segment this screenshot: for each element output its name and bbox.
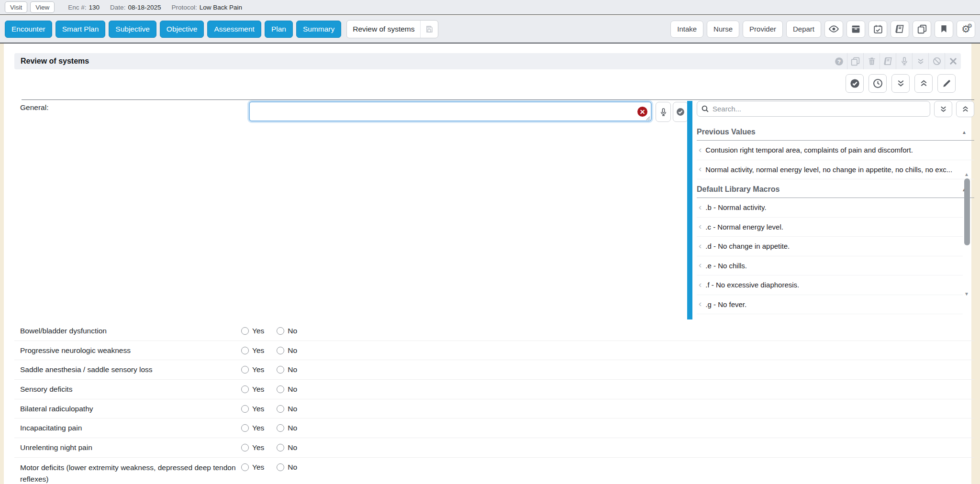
macro-item[interactable]: ‹.c - Normal energy level.: [697, 218, 963, 237]
macro-item[interactable]: ‹.h - Does not have the feeling of malai…: [697, 314, 963, 319]
radio-circle-icon[interactable]: [241, 385, 249, 393]
tab-encounter[interactable]: Encounter: [5, 21, 52, 38]
expand-all-button[interactable]: [891, 74, 910, 93]
yes-radio[interactable]: Yes: [241, 346, 264, 355]
settings-button[interactable]: ⚙ ⚙: [957, 21, 975, 38]
copy-section-button[interactable]: [847, 53, 863, 69]
no-radio[interactable]: No: [277, 365, 297, 374]
yes-radio[interactable]: Yes: [241, 405, 264, 413]
radio-circle-icon[interactable]: [241, 444, 249, 451]
panel-collapse-button[interactable]: [956, 101, 974, 117]
radio-circle-icon[interactable]: [241, 366, 249, 374]
close-section-button[interactable]: [945, 53, 961, 69]
macros-header[interactable]: Default Library Macros ▲: [697, 185, 974, 198]
depart-button[interactable]: Depart: [786, 21, 821, 38]
previous-values-header[interactable]: Previous Values ▲: [697, 128, 974, 141]
tab-plan[interactable]: Plan: [265, 21, 293, 38]
radio-circle-icon[interactable]: [241, 347, 249, 354]
radio-circle-icon[interactable]: [277, 385, 284, 393]
tab-objective[interactable]: Objective: [160, 21, 204, 38]
help-button[interactable]: ?: [831, 53, 847, 69]
resize-handle[interactable]: [645, 115, 650, 121]
radio-circle-icon[interactable]: [277, 444, 284, 451]
radio-circle-icon[interactable]: [277, 327, 284, 335]
insert-left-icon: ‹: [699, 202, 702, 212]
disable-section-button[interactable]: [928, 53, 945, 69]
question-label: Saddle anesthesia / saddle sensory loss: [14, 364, 241, 375]
collapse-all-button[interactable]: [914, 74, 933, 93]
no-radio[interactable]: No: [277, 424, 297, 432]
radio-circle-icon[interactable]: [241, 405, 249, 413]
nav-bar: Encounter Smart Plan Subjective Objectiv…: [0, 15, 980, 44]
expand-section-button[interactable]: [912, 53, 928, 69]
radio-circle-icon[interactable]: [277, 366, 284, 374]
scrollbar-thumb[interactable]: [964, 178, 970, 245]
yes-radio[interactable]: Yes: [241, 327, 264, 335]
radio-circle-icon[interactable]: [277, 405, 284, 413]
previous-value-item[interactable]: ‹ Contusion right temporal area, complai…: [697, 141, 974, 160]
general-input[interactable]: [252, 103, 630, 120]
macro-item[interactable]: ‹.d - No change in appetite.: [697, 237, 963, 256]
double-chevron-up-icon: [961, 105, 970, 114]
bookmark-button[interactable]: [935, 21, 953, 38]
yes-label: Yes: [252, 327, 264, 335]
macro-item[interactable]: ‹.b - Normal activity.: [697, 198, 963, 218]
collapse-triangle-icon[interactable]: ▲: [962, 130, 967, 135]
view-button[interactable]: View: [30, 1, 55, 13]
accept-button[interactable]: [673, 102, 688, 122]
scroll-up-icon[interactable]: ▲: [964, 172, 969, 177]
search-input[interactable]: [713, 105, 923, 113]
provider-button[interactable]: Provider: [743, 21, 783, 38]
history-button[interactable]: [869, 74, 887, 93]
yes-radio[interactable]: Yes: [241, 385, 264, 394]
yes-radio[interactable]: Yes: [241, 443, 264, 452]
panel-expand-button[interactable]: [934, 101, 952, 117]
dictate-button[interactable]: [656, 102, 671, 122]
complete-button[interactable]: [846, 74, 864, 93]
radio-circle-icon[interactable]: [277, 347, 284, 354]
copy-pages-icon: [917, 24, 927, 34]
visit-button[interactable]: Visit: [5, 1, 27, 13]
calendar-button[interactable]: [869, 21, 887, 38]
yes-radio[interactable]: Yes: [241, 365, 264, 374]
nurse-button[interactable]: Nurse: [707, 21, 739, 38]
yes-label: Yes: [252, 346, 264, 355]
no-radio[interactable]: No: [277, 327, 297, 335]
tab-subjective[interactable]: Subjective: [109, 21, 156, 38]
radio-circle-icon[interactable]: [277, 424, 284, 432]
radio-circle-icon[interactable]: [277, 463, 284, 471]
no-radio[interactable]: No: [277, 385, 297, 394]
current-page-box[interactable]: Review of systems: [346, 20, 438, 38]
copy-button[interactable]: [913, 21, 931, 38]
scroll-down-icon[interactable]: ▼: [964, 291, 969, 297]
radio-circle-icon[interactable]: [241, 424, 249, 432]
save-icon[interactable]: [421, 25, 438, 33]
radio-circle-icon[interactable]: [241, 327, 249, 335]
library-button[interactable]: [891, 21, 909, 38]
yes-radio[interactable]: Yes: [241, 463, 264, 472]
intake-button[interactable]: Intake: [670, 21, 703, 38]
macros-scrollbar[interactable]: ▲ ▼: [964, 171, 970, 299]
dictate-section-button[interactable]: [896, 53, 912, 69]
macro-item[interactable]: ‹.f - No excessive diaphoresis.: [697, 275, 963, 295]
tab-assessment[interactable]: Assessment: [207, 21, 261, 38]
macro-item[interactable]: ‹.g - No fever.: [697, 295, 963, 315]
tab-smart-plan[interactable]: Smart Plan: [56, 21, 106, 38]
no-label: No: [288, 346, 297, 355]
library-panel: Previous Values ▲ ‹ Contusion right temp…: [697, 101, 974, 319]
edit-button[interactable]: [937, 74, 956, 93]
no-radio[interactable]: No: [277, 443, 297, 452]
no-radio[interactable]: No: [277, 405, 297, 413]
delete-button[interactable]: [863, 53, 880, 69]
radio-circle-icon[interactable]: [241, 463, 249, 471]
no-radio[interactable]: No: [277, 463, 297, 472]
previous-value-item[interactable]: ‹ Normal activity, normal energy level, …: [697, 160, 974, 180]
eye-icon: [828, 23, 839, 34]
archive-button[interactable]: [846, 21, 865, 38]
macro-item[interactable]: ‹.e - No chills.: [697, 256, 963, 276]
no-radio[interactable]: No: [277, 346, 297, 355]
eye-button[interactable]: [824, 21, 843, 38]
tab-summary[interactable]: Summary: [296, 21, 341, 38]
yes-radio[interactable]: Yes: [241, 424, 264, 432]
library-section-button[interactable]: [880, 53, 896, 69]
